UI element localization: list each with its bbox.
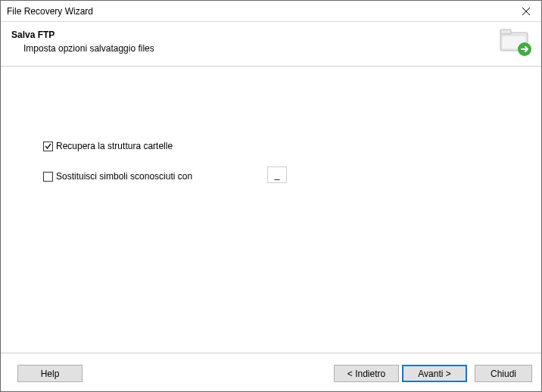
wizard-footer: Help < Indietro Avanti > Chiudi <box>1 353 541 392</box>
svg-rect-3 <box>500 30 511 34</box>
wizard-content: Recupera la struttura cartelle Sostituis… <box>1 67 541 353</box>
substitute-symbols-checkbox[interactable] <box>43 172 53 182</box>
folder-ftp-icon <box>497 26 532 57</box>
option-recover-structure: Recupera la struttura cartelle <box>43 141 173 151</box>
window-close-button[interactable] <box>511 1 541 22</box>
close-icon <box>522 8 530 15</box>
checkmark-icon <box>44 142 52 151</box>
close-button[interactable]: Chiudi <box>475 365 532 382</box>
recover-structure-checkbox[interactable] <box>43 142 53 151</box>
option-substitute-symbols: Sostituisci simboli sconosciuti con <box>43 171 192 182</box>
help-button[interactable]: Help <box>17 365 83 382</box>
titlebar: File Recovery Wizard <box>1 1 541 22</box>
recover-structure-label[interactable]: Recupera la struttura cartelle <box>56 141 173 151</box>
page-title: Salva FTP <box>11 30 531 40</box>
back-button[interactable]: < Indietro <box>334 365 399 382</box>
page-subtitle: Imposta opzioni salvataggio files <box>23 43 531 54</box>
wizard-header: Salva FTP Imposta opzioni salvataggio fi… <box>1 22 541 66</box>
next-button[interactable]: Avanti > <box>402 365 467 382</box>
window-title: File Recovery Wizard <box>7 6 93 17</box>
substitute-symbols-label[interactable]: Sostituisci simboli sconosciuti con <box>56 171 192 182</box>
substitute-character-input[interactable] <box>267 166 287 183</box>
